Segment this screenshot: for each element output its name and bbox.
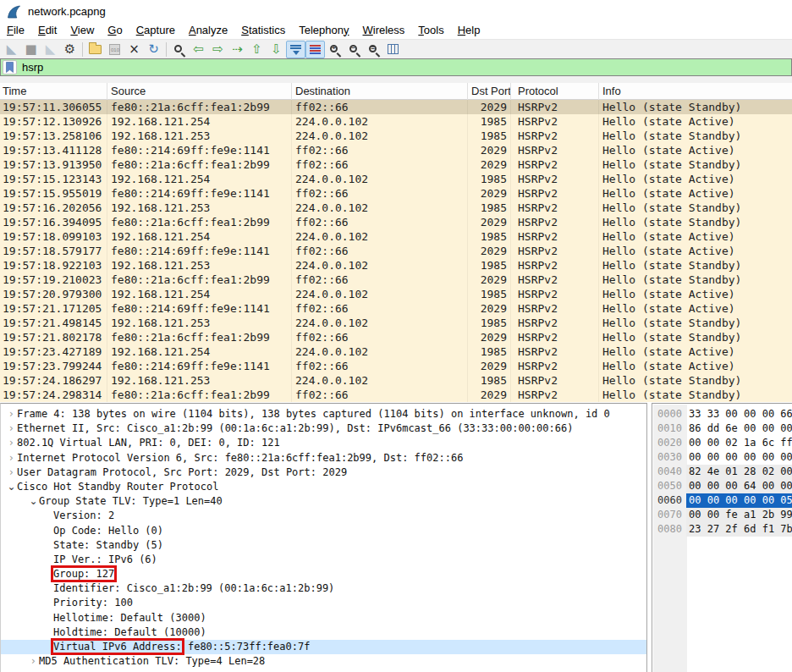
detail-line[interactable]: Group: 127	[1, 567, 646, 581]
menu-item-go[interactable]: Go	[101, 23, 129, 39]
detail-line[interactable]: ›802.1Q Virtual LAN, PRI: 0, DEI: 0, ID:…	[1, 436, 646, 450]
hex-row[interactable]: 006000 00 00 00 00 05	[652, 493, 792, 508]
packet-row[interactable]: 19:57:21.498145192.168.121.253224.0.0.10…	[0, 316, 792, 330]
find-packet-button[interactable]	[169, 41, 189, 58]
go-to-top-button[interactable]: ⇧	[247, 41, 267, 58]
cell-time: 19:57:13.411128	[0, 143, 107, 157]
zoom-out-button[interactable]: −	[344, 41, 364, 58]
hex-row[interactable]: 000033 33 00 00 00 66	[652, 407, 792, 421]
packet-row[interactable]: 19:57:20.979300192.168.121.254224.0.0.10…	[0, 287, 792, 301]
go-forward-button[interactable]: ⇨	[208, 41, 228, 58]
column-header-time[interactable]: Time	[0, 83, 107, 100]
display-filter-input[interactable]	[22, 61, 614, 74]
menu-item-view[interactable]: View	[63, 23, 101, 39]
packet-row[interactable]: 19:57:18.099103192.168.121.254224.0.0.10…	[0, 229, 792, 244]
menu-item-tools[interactable]: Tools	[411, 23, 450, 39]
packet-row[interactable]: 19:57:21.171205fe80::214:69ff:fe9e:1141f…	[0, 301, 792, 316]
packet-row[interactable]: 19:57:11.306055fe80::21a:6cff:fea1:2b99f…	[0, 100, 792, 114]
go-to-packet-button[interactable]: ⇢	[228, 41, 247, 58]
stop-capture-button[interactable]: ■	[21, 41, 41, 58]
hex-bytes: 00 00 00 00 00 05	[686, 493, 792, 508]
packet-row[interactable]: 19:57:15.123143192.168.121.254224.0.0.10…	[0, 172, 792, 186]
restart-capture-button[interactable]: ◣	[41, 41, 60, 58]
menu-item-capture[interactable]: Capture	[129, 23, 182, 39]
column-header-info[interactable]: Info	[599, 83, 792, 100]
detail-line[interactable]: ›Internet Protocol Version 6, Src: fe80:…	[1, 451, 646, 465]
menu-item-analyze[interactable]: Analyze	[182, 23, 234, 39]
detail-line[interactable]: Virtual IPv6 Address: fe80::5:73ff:fea0:…	[1, 640, 646, 654]
hex-row[interactable]: 002000 00 02 1a 6c ff	[652, 436, 792, 450]
detail-line[interactable]: ⌄Cisco Hot Standby Router Protocol	[1, 480, 646, 494]
hex-row[interactable]: 008023 27 2f 6d f1 7b	[652, 522, 792, 537]
detail-line[interactable]: Identifier: Cisco_a1:2b:99 (00:1a:6c:a1:…	[1, 581, 646, 596]
packet-row[interactable]: 19:57:12.130926192.168.121.254224.0.0.10…	[0, 114, 792, 129]
packet-row[interactable]: 19:57:24.298314fe80::21a:6cff:fea1:2b99f…	[0, 388, 792, 402]
close-file-button[interactable]: ×	[124, 41, 144, 58]
menu-item-y[interactable]: Telephony	[292, 23, 355, 39]
hex-row[interactable]: 003000 00 00 00 00 00	[652, 450, 792, 465]
zoom-in-button[interactable]: +	[325, 41, 344, 58]
detail-line[interactable]: ›User Datagram Protocol, Src Port: 2029,…	[1, 465, 646, 480]
hex-offset: 0010	[652, 421, 686, 436]
display-filter-bar[interactable]	[0, 58, 792, 76]
expanded-chevron-icon[interactable]: ⌄	[28, 494, 39, 509]
menu-item-wireless[interactable]: Wireless	[356, 23, 412, 39]
open-file-button[interactable]	[85, 41, 105, 58]
filter-bookmark-button[interactable]	[3, 60, 17, 74]
collapsed-chevron-icon[interactable]: ›	[6, 451, 17, 465]
menu-item-file[interactable]: File	[0, 23, 31, 39]
detail-line[interactable]: Hellotime: Default (3000)	[1, 611, 646, 625]
packet-row[interactable]: 19:57:23.427189192.168.121.254224.0.0.10…	[0, 344, 792, 359]
auto-scroll-button[interactable]	[286, 41, 305, 58]
collapsed-chevron-icon[interactable]: ›	[6, 465, 17, 480]
packet-row[interactable]: 19:57:18.922103192.168.121.253224.0.0.10…	[0, 258, 792, 273]
go-to-bottom-button[interactable]: ⇩	[267, 41, 286, 58]
hex-row[interactable]: 007000 00 fe a1 2b 99	[652, 508, 792, 522]
detail-line[interactable]: Priority: 100	[1, 596, 646, 610]
packet-row[interactable]: 19:57:21.802178fe80::21a:6cff:fea1:2b99f…	[0, 330, 792, 344]
save-file-button[interactable]	[105, 41, 124, 58]
column-header-dst-port[interactable]: Dst Port	[468, 83, 511, 100]
collapsed-chevron-icon[interactable]: ›	[6, 407, 17, 421]
go-back-button[interactable]: ⇦	[189, 41, 208, 58]
collapsed-chevron-icon[interactable]: ›	[28, 654, 39, 669]
detail-line[interactable]: ›Ethernet II, Src: Cisco_a1:2b:99 (00:1a…	[1, 421, 646, 436]
detail-line[interactable]: Version: 2	[1, 509, 646, 523]
column-header-source[interactable]: Source	[107, 83, 292, 100]
menu-item-help[interactable]: Help	[451, 23, 487, 39]
packet-row[interactable]: 19:57:18.579177fe80::214:69ff:fe9e:1141f…	[0, 244, 792, 258]
start-capture-button[interactable]: ◣	[2, 41, 21, 58]
menu-item-statistics[interactable]: Statistics	[234, 23, 292, 39]
hex-row[interactable]: 005000 00 00 64 00 00	[652, 479, 792, 493]
packet-row[interactable]: 19:57:23.799244fe80::214:69ff:fe9e:1141f…	[0, 359, 792, 373]
detail-line[interactable]: ›MD5 Authentication TLV: Type=4 Len=28	[1, 654, 646, 669]
collapsed-chevron-icon[interactable]: ›	[6, 436, 17, 450]
packet-row[interactable]: 19:57:13.258106192.168.121.253224.0.0.10…	[0, 129, 792, 143]
column-header-protocol[interactable]: Protocol	[511, 83, 599, 100]
packet-row[interactable]: 19:57:13.411128fe80::214:69ff:fe9e:1141f…	[0, 143, 792, 157]
colorize-button[interactable]	[305, 41, 325, 58]
packet-row[interactable]: 19:57:19.210023fe80::21a:6cff:fea1:2b99f…	[0, 273, 792, 287]
zoom-original-button[interactable]: =	[364, 41, 383, 58]
detail-line[interactable]: State: Standby (5)	[1, 538, 646, 553]
packet-row[interactable]: 19:57:15.955019fe80::214:69ff:fe9e:1141f…	[0, 186, 792, 201]
menu-item-edit[interactable]: Edit	[31, 23, 63, 39]
collapsed-chevron-icon[interactable]: ›	[6, 421, 17, 436]
detail-line[interactable]: ⌄Group State TLV: Type=1 Len=40	[1, 494, 646, 509]
packet-row[interactable]: 19:57:13.913950fe80::21a:6cff:fea1:2b99f…	[0, 157, 792, 172]
detail-line[interactable]: Holdtime: Default (10000)	[1, 625, 646, 640]
expanded-chevron-icon[interactable]: ⌄	[6, 480, 17, 494]
resize-columns-button[interactable]	[383, 41, 403, 58]
packet-row[interactable]: 19:57:16.394095fe80::21a:6cff:fea1:2b99f…	[0, 215, 792, 229]
capture-options-button[interactable]: ⚙	[60, 41, 80, 58]
detail-line[interactable]: Op Code: Hello (0)	[1, 524, 646, 538]
hex-row[interactable]: 001086 dd 6e 00 00 00	[652, 421, 792, 436]
packet-row[interactable]: 19:57:24.186297192.168.121.253224.0.0.10…	[0, 373, 792, 388]
packet-row[interactable]: 19:57:16.202056192.168.121.253224.0.0.10…	[0, 201, 792, 215]
bookmark-icon	[5, 62, 14, 73]
hex-row[interactable]: 004082 4e 01 28 02 00	[652, 465, 792, 479]
detail-line[interactable]: ›Frame 4: 138 bytes on wire (1104 bits),…	[1, 407, 646, 421]
column-header-destination[interactable]: Destination	[292, 83, 468, 100]
reload-file-button[interactable]: ↻	[144, 41, 163, 58]
detail-line[interactable]: IP Ver.: IPv6 (6)	[1, 553, 646, 567]
